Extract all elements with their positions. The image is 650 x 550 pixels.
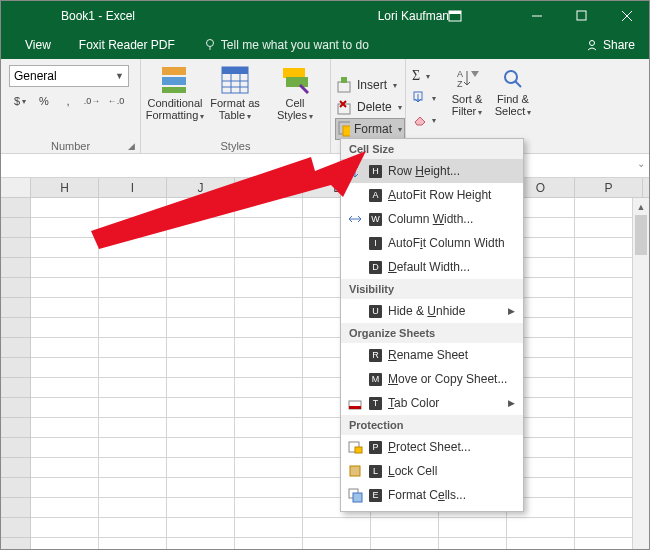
- format-button[interactable]: Format▾: [335, 118, 405, 140]
- cell[interactable]: [31, 438, 99, 458]
- scroll-thumb[interactable]: [635, 215, 647, 255]
- cell[interactable]: [31, 218, 99, 238]
- cell[interactable]: [235, 218, 303, 238]
- row-header[interactable]: [1, 458, 31, 478]
- cell[interactable]: [167, 458, 235, 478]
- cell[interactable]: [235, 198, 303, 218]
- row-header[interactable]: [1, 218, 31, 238]
- menu-lock-cell[interactable]: L Lock Cell: [341, 459, 523, 483]
- row-header[interactable]: [1, 378, 31, 398]
- cell[interactable]: [235, 458, 303, 478]
- cell[interactable]: [167, 378, 235, 398]
- menu-protect-sheet[interactable]: P Protect Sheet...: [341, 435, 523, 459]
- menu-default-width[interactable]: D Default Width...: [341, 255, 523, 279]
- cell[interactable]: [235, 358, 303, 378]
- cell[interactable]: [235, 258, 303, 278]
- column-header[interactable]: J: [167, 178, 235, 197]
- cell[interactable]: [31, 458, 99, 478]
- cell[interactable]: [167, 418, 235, 438]
- accounting-format-button[interactable]: $▾: [9, 91, 31, 111]
- cell[interactable]: [31, 278, 99, 298]
- menu-tab-color[interactable]: T Tab Color ▶: [341, 391, 523, 415]
- menu-autofit-row-height[interactable]: A AutoFit Row Height: [341, 183, 523, 207]
- cell[interactable]: [235, 298, 303, 318]
- cell[interactable]: [31, 358, 99, 378]
- cell[interactable]: [167, 438, 235, 458]
- cell[interactable]: [167, 498, 235, 518]
- menu-format-cells[interactable]: E Format Cells...: [341, 483, 523, 507]
- decrease-decimal-button[interactable]: ←.0: [105, 91, 127, 111]
- cell[interactable]: [31, 238, 99, 258]
- tab-foxit[interactable]: Foxit Reader PDF: [65, 31, 189, 59]
- cell[interactable]: [99, 238, 167, 258]
- cell[interactable]: [31, 418, 99, 438]
- percent-format-button[interactable]: %: [33, 91, 55, 111]
- row-header[interactable]: [1, 358, 31, 378]
- cell[interactable]: [31, 198, 99, 218]
- tell-me-search[interactable]: Tell me what you want to do: [189, 31, 383, 59]
- cell[interactable]: [235, 378, 303, 398]
- cell[interactable]: [167, 358, 235, 378]
- cell-styles-button[interactable]: Cell Styles▾: [267, 63, 323, 121]
- row-header[interactable]: [1, 478, 31, 498]
- tab-view[interactable]: View: [11, 31, 65, 59]
- cell[interactable]: [99, 498, 167, 518]
- menu-row-height[interactable]: H Row Height...: [341, 159, 523, 183]
- row-header[interactable]: [1, 258, 31, 278]
- cell[interactable]: [31, 318, 99, 338]
- row-header[interactable]: [1, 418, 31, 438]
- cell[interactable]: [235, 498, 303, 518]
- cell[interactable]: [99, 458, 167, 478]
- cell[interactable]: [235, 518, 303, 538]
- cell[interactable]: [167, 278, 235, 298]
- cell[interactable]: [31, 258, 99, 278]
- cell[interactable]: [507, 538, 575, 550]
- cell[interactable]: [235, 338, 303, 358]
- cell[interactable]: [31, 298, 99, 318]
- menu-move-copy-sheet[interactable]: M Move or Copy Sheet...: [341, 367, 523, 391]
- row-header[interactable]: [1, 278, 31, 298]
- format-as-table-button[interactable]: Format as Table▾: [207, 63, 263, 121]
- maximize-button[interactable]: [559, 1, 604, 31]
- cell[interactable]: [167, 538, 235, 550]
- cell[interactable]: [99, 278, 167, 298]
- cell[interactable]: [439, 518, 507, 538]
- vertical-scrollbar[interactable]: ▲: [632, 198, 649, 550]
- menu-rename-sheet[interactable]: R Rename Sheet: [341, 343, 523, 367]
- cell[interactable]: [167, 478, 235, 498]
- menu-hide-unhide[interactable]: U Hide & Unhide ▶: [341, 299, 523, 323]
- cell[interactable]: [167, 218, 235, 238]
- column-header[interactable]: H: [31, 178, 99, 197]
- menu-autofit-column-width[interactable]: I AutoFit Column Width: [341, 231, 523, 255]
- cell[interactable]: [31, 378, 99, 398]
- select-all-corner[interactable]: [1, 178, 31, 197]
- cell[interactable]: [235, 438, 303, 458]
- cell[interactable]: [235, 418, 303, 438]
- conditional-formatting-button[interactable]: Conditional Formatting▾: [147, 63, 203, 121]
- row-header[interactable]: [1, 238, 31, 258]
- cell[interactable]: [31, 398, 99, 418]
- cell[interactable]: [31, 538, 99, 550]
- expand-formula-bar-button[interactable]: ⌄: [637, 158, 645, 169]
- cell[interactable]: [99, 418, 167, 438]
- share-button[interactable]: Share: [571, 38, 649, 52]
- cell[interactable]: [99, 198, 167, 218]
- cell[interactable]: [303, 538, 371, 550]
- cell[interactable]: [439, 538, 507, 550]
- cell[interactable]: [99, 398, 167, 418]
- spreadsheet-grid[interactable]: [1, 198, 649, 550]
- cell[interactable]: [99, 298, 167, 318]
- scroll-up-button[interactable]: ▲: [633, 198, 649, 215]
- comma-format-button[interactable]: ,: [57, 91, 79, 111]
- cell[interactable]: [167, 518, 235, 538]
- cell[interactable]: [235, 238, 303, 258]
- cell[interactable]: [235, 478, 303, 498]
- number-group-launcher[interactable]: ◢: [125, 139, 138, 152]
- cell[interactable]: [31, 478, 99, 498]
- cell[interactable]: [167, 238, 235, 258]
- formula-bar[interactable]: ⌄: [1, 154, 649, 178]
- autosum-button[interactable]: Σ▾: [410, 65, 438, 87]
- cell[interactable]: [99, 518, 167, 538]
- cell[interactable]: [31, 338, 99, 358]
- cell[interactable]: [167, 318, 235, 338]
